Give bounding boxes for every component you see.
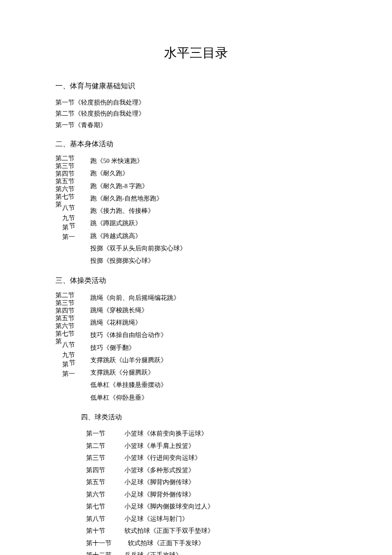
row-text: 小篮球《多种形式投篮》 xyxy=(124,464,195,477)
section-3-body: 第二节 第三节 第四节 第五节 第六节 第七节 第 八节 九节 第 节 第一 跳… xyxy=(55,292,337,404)
toc-item: 第一节《青春期》 xyxy=(55,119,337,131)
row-label: 第十二节 xyxy=(86,549,124,555)
section-4: 四、球类活动 第一节小篮球《体前变向换手运球》 第二节小篮球《单手肩上投篮》 第… xyxy=(55,412,337,555)
label-text: 第 xyxy=(62,223,69,232)
toc-row: 第七节小足球《脚内侧拨球变向过人》 xyxy=(81,500,337,513)
toc-item: 技巧《体操自由组合动作》 xyxy=(90,329,337,341)
toc-item: 跑《耐久跑》 xyxy=(90,167,337,180)
toc-item: 跑《50 米快速跑》 xyxy=(90,155,337,167)
document-title: 水平三目录 xyxy=(55,43,337,63)
toc-row: 第二节小篮球《单手肩上投篮》 xyxy=(81,440,337,452)
row-text: 软式拍球《正面下手双手垫球》 xyxy=(124,525,214,537)
section-3-items: 跳绳《向前、向后摇绳编花跳》 跳绳《穿梭跳长绳》 跳绳《花样跳绳》 技巧《体操自… xyxy=(90,292,337,404)
toc-item: 低单杠《仰卧悬垂》 xyxy=(90,392,337,404)
row-text: 小篮球《行进间变向运球》 xyxy=(124,452,201,464)
toc-item: 投掷《投掷掷实心球》 xyxy=(90,255,337,267)
row-text: 小足球《脚背外侧传球》 xyxy=(124,488,195,501)
row-label: 第七节 xyxy=(86,500,124,513)
label-text: 第一 xyxy=(62,232,75,241)
toc-item: 跳《蹲踞式跳跃》 xyxy=(90,217,337,230)
toc-row: 第六节小足球《脚背外侧传球》 xyxy=(81,488,337,501)
row-label: 第五节 xyxy=(86,476,124,488)
toc-item: 跳绳《花样跳绳》 xyxy=(90,317,337,329)
label-text: 第一 xyxy=(62,369,75,378)
toc-item: 跑《耐久跑-8 字跑》 xyxy=(90,180,337,192)
section-3-heading: 三、体操类活动 xyxy=(55,275,337,286)
label-text: 八节 xyxy=(62,203,75,212)
section-3-labels: 第二节 第三节 第四节 第五节 第六节 第七节 第 八节 九节 第 节 第一 xyxy=(55,292,90,404)
toc-item: 低单杠《单挂膝悬垂摆动》 xyxy=(90,379,337,391)
label-text: 第 xyxy=(55,200,62,209)
toc-row: 第一节小篮球《体前变向换手运球》 xyxy=(81,427,337,440)
toc-item: 第二节《轻度损伤的自我处理》 xyxy=(55,108,337,119)
toc-item: 第一节《轻度损伤的自我处理》 xyxy=(55,97,337,108)
label-text: 节 xyxy=(69,221,75,230)
toc-item: 技巧《侧手翻》 xyxy=(90,342,337,354)
row-text: 小篮球《单手肩上投篮》 xyxy=(124,440,195,452)
toc-row: 第十一节 软式拍球《正面下手发球》 xyxy=(81,537,337,549)
row-label: 第四节 xyxy=(86,464,124,477)
toc-item: 跑《接力跑、传接棒》 xyxy=(90,205,337,217)
toc-item: 跳绳《穿梭跳长绳》 xyxy=(90,304,337,317)
row-text: 乒乓球《正手攻球》 xyxy=(124,549,182,555)
row-label: 第二节 xyxy=(86,440,124,452)
row-label: 第十节 xyxy=(86,525,124,537)
toc-row: 第五节小足球《脚背内侧传球》 xyxy=(81,476,337,488)
section-1-list: 第一节《轻度损伤的自我处理》 第二节《轻度损伤的自我处理》 第一节《青春期》 xyxy=(55,97,337,131)
row-text: 小足球《运球与射门》 xyxy=(124,513,188,525)
toc-item: 跳《跨越式跳高》 xyxy=(90,230,337,242)
toc-item: 支撑跳跃《分腿腾跃》 xyxy=(90,366,337,379)
section-2-labels: 第二节 第三节 第四节 第五节 第六节 第七节 第 八节 九节 第 节 第一 xyxy=(55,155,90,267)
section-2-body: 第二节 第三节 第四节 第五节 第六节 第七节 第 八节 九节 第 节 第一 跑… xyxy=(55,155,337,267)
toc-row: 第四节小篮球《多种形式投篮》 xyxy=(81,464,337,477)
toc-item: 跑《耐久跑-自然地形跑》 xyxy=(90,192,337,205)
row-label: 第八节 xyxy=(86,513,124,525)
row-text: 小篮球《体前变向换手运球》 xyxy=(124,427,208,440)
row-text: 小足球《脚内侧拨球变向过人》 xyxy=(124,500,214,513)
row-label: 第十一节 xyxy=(86,537,124,549)
row-text: 小足球《脚背内侧传球》 xyxy=(124,476,195,488)
row-label: 第三节 xyxy=(86,452,124,464)
toc-item: 投掷《双手从头后向前掷实心球》 xyxy=(90,242,337,255)
section-2-heading: 二、基本身体活动 xyxy=(55,138,337,150)
toc-item: 跳绳《向前、向后摇绳编花跳》 xyxy=(90,292,337,304)
toc-row: 第十二节乒乓球《正手攻球》 xyxy=(81,549,337,555)
row-text: 软式拍球《正面下手发球》 xyxy=(124,537,205,549)
row-label: 第一节 xyxy=(86,427,124,440)
section-1-heading: 一、体育与健康基础知识 xyxy=(55,80,337,92)
toc-item: 支撑跳跃《山羊分腿腾跃》 xyxy=(90,354,337,366)
toc-row: 第三节小篮球《行进间变向运球》 xyxy=(81,452,337,464)
section-4-heading: 四、球类活动 xyxy=(81,412,337,423)
label-text: 第 xyxy=(62,360,69,369)
label-text: 第 xyxy=(55,337,62,346)
label-text: 节 xyxy=(69,358,75,367)
toc-row: 第十节软式拍球《正面下手双手垫球》 xyxy=(81,525,337,537)
toc-row: 第八节小足球《运球与射门》 xyxy=(81,513,337,525)
section-2-items: 跑《50 米快速跑》 跑《耐久跑》 跑《耐久跑-8 字跑》 跑《耐久跑-自然地形… xyxy=(90,155,337,267)
label-text: 八节 xyxy=(62,340,75,349)
row-label: 第六节 xyxy=(86,488,124,501)
